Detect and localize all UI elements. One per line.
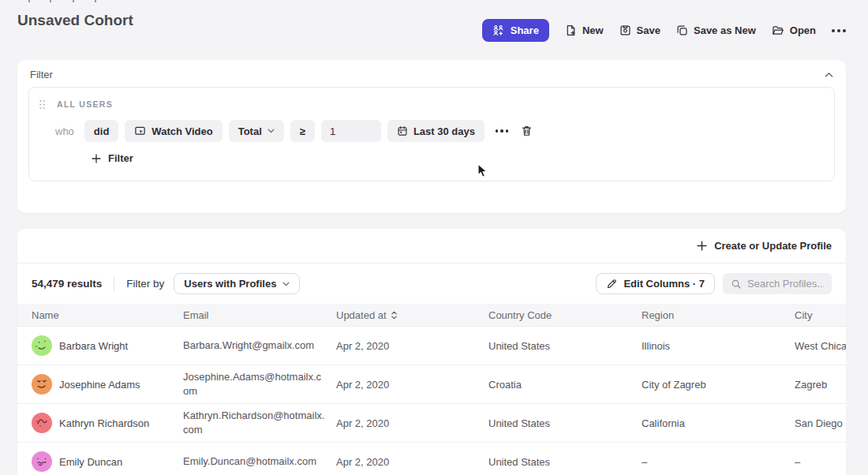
profile-city: Zagreb [795, 379, 846, 391]
share-users-icon [492, 24, 504, 36]
save-as-new-button[interactable]: Save as New [676, 24, 756, 36]
column-header-country-code: Country Code [488, 309, 642, 321]
filter-by-label: Filter by [126, 278, 164, 290]
filter-panel-header: Filter [17, 60, 846, 87]
profile-city: San Diego [795, 417, 846, 429]
plus-icon [697, 241, 707, 251]
profile-email: Kathryn.Richardson@hotmailx.com [183, 409, 336, 436]
profile-name: Emily Duncan [59, 456, 122, 468]
watch-video-icon [134, 125, 146, 137]
profile-country: United States [488, 417, 642, 429]
filter-condition-row: who did Watch Video Total [39, 120, 825, 142]
add-filter-button[interactable]: Filter [92, 152, 133, 164]
profile-country: Croatia [488, 379, 642, 391]
page-title: Unsaved Cohort [17, 12, 133, 29]
profile-country: United States [488, 340, 642, 352]
save-icon [619, 24, 631, 36]
profiles-filter-dropdown[interactable]: Users with Profiles [174, 273, 300, 294]
filter-panel-label: Filter [30, 69, 53, 80]
table-row[interactable]: Barbara Wright Barbara.Wright@gmailx.com… [17, 327, 846, 365]
share-button-label: Share [511, 24, 539, 36]
profile-updated: Apr 2, 2020 [336, 379, 488, 391]
profile-updated: Apr 2, 2020 [336, 456, 488, 468]
results-count: 54,479 results [32, 278, 102, 290]
column-header-region: Region [642, 309, 795, 321]
profile-region: City of Zagreb [642, 379, 795, 391]
profile-region: – [642, 456, 795, 468]
threshold-value-input[interactable] [321, 120, 381, 142]
calendar-icon [397, 125, 408, 137]
event-chip-label: Watch Video [152, 125, 212, 137]
profile-city: West Chicago [795, 340, 846, 352]
who-label: who [55, 125, 74, 137]
date-range-chip-label: Last 30 days [413, 125, 475, 137]
column-header-updated-at: Updated at [336, 309, 488, 321]
column-header-city: City [795, 309, 846, 321]
table-row[interactable]: Kathryn Richardson Kathryn.Richardson@ho… [17, 404, 846, 443]
table-row[interactable]: Josephine Adams Josephine.Adams@hotmailx… [17, 365, 846, 404]
trash-icon [521, 125, 533, 137]
save-button-label: Save [637, 24, 660, 36]
filter-panel: Filter ALL USERS who did [17, 60, 846, 213]
delete-condition-button[interactable] [519, 123, 534, 139]
profile-country: United States [488, 456, 642, 468]
header-actions: Share New Save Save as New [482, 19, 846, 42]
avatar [32, 335, 52, 356]
more-actions-button[interactable] [832, 29, 846, 32]
save-button[interactable]: Save [619, 24, 660, 36]
profile-region: California [642, 417, 795, 429]
aggregation-chip-label: Total [238, 125, 262, 137]
profile-updated: Apr 2, 2020 [336, 340, 488, 352]
profile-name: Josephine Adams [59, 379, 140, 391]
more-dots-icon [832, 29, 835, 32]
sort-icon[interactable] [391, 311, 398, 320]
search-profiles-input[interactable] [747, 278, 824, 290]
open-folder-icon [772, 24, 784, 36]
new-file-icon [565, 24, 577, 36]
results-toolbar: 54,479 results Filter by Users with Prof… [17, 264, 846, 304]
open-button[interactable]: Open [772, 24, 816, 36]
profile-region: Illinois [642, 340, 795, 352]
create-or-update-profile-button[interactable]: Create or Update Profile [697, 240, 832, 252]
group-label: ALL USERS [57, 99, 113, 109]
drag-handle-icon[interactable] [39, 99, 46, 110]
table-row[interactable]: Emily Duncan Emily.Duncan@hotmailx.com A… [17, 443, 846, 475]
filter-group-header: ALL USERS [39, 98, 825, 110]
divider [114, 277, 114, 291]
chevron-down-icon [282, 282, 290, 286]
add-filter-label: Filter [108, 152, 133, 164]
profile-name: Kathryn Richardson [59, 417, 149, 429]
profile-email: Barbara.Wright@gmailx.com [183, 338, 336, 353]
condition-more-button[interactable] [494, 128, 511, 134]
profile-updated: Apr 2, 2020 [336, 417, 488, 429]
new-button-label: New [582, 24, 604, 36]
avatar [32, 374, 52, 395]
operator-chip[interactable]: ≥ [290, 120, 315, 142]
profiles-filter-dropdown-value: Users with Profiles [184, 278, 276, 290]
column-header-email: Email [183, 309, 336, 321]
new-button[interactable]: New [565, 24, 604, 36]
aggregation-chip[interactable]: Total [229, 120, 284, 142]
date-range-chip[interactable]: Last 30 days [387, 120, 485, 142]
results-panel: Create or Update Profile 54,479 results … [17, 229, 846, 475]
chevron-down-icon [268, 129, 275, 133]
profile-email: Josephine.Adams@hotmailx.com [183, 370, 336, 398]
pencil-icon [606, 279, 617, 290]
column-header-name: Name [32, 309, 183, 321]
save-as-new-icon [676, 24, 688, 36]
profiles-search [723, 273, 832, 294]
open-button-label: Open [790, 24, 816, 36]
create-or-update-profile-label: Create or Update Profile [714, 240, 832, 252]
profile-name: Barbara Wright [59, 340, 128, 352]
avatar [32, 413, 52, 433]
profile-email: Emily.Duncan@hotmailx.com [183, 454, 336, 469]
profile-city: – [795, 456, 846, 468]
collapse-chevron-up-icon[interactable] [825, 72, 833, 78]
edit-columns-button[interactable]: Edit Columns · 7 [596, 273, 715, 294]
did-chip[interactable]: did [84, 120, 119, 142]
share-button[interactable]: Share [482, 19, 549, 42]
event-chip[interactable]: Watch Video [125, 120, 222, 142]
avatar [32, 451, 52, 472]
create-profile-row: Create or Update Profile [17, 229, 846, 264]
search-icon [731, 279, 742, 290]
